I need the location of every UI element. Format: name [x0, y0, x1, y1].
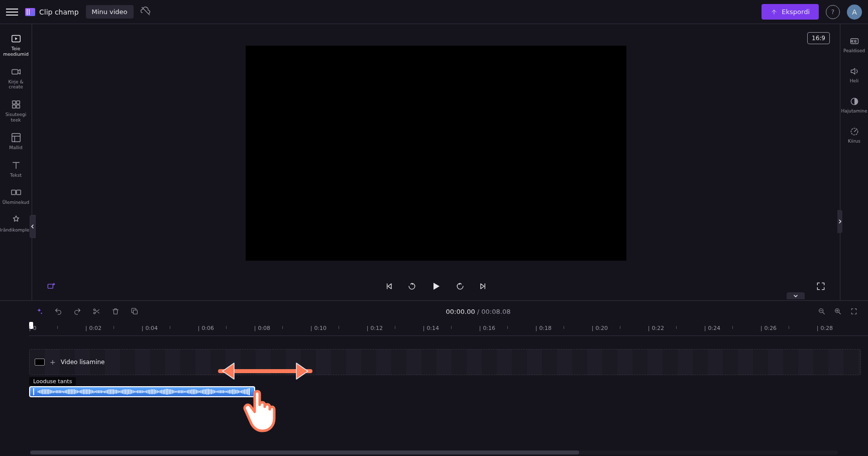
sidebar-item-templates[interactable]: Mallid [2, 128, 31, 156]
record-icon [11, 66, 22, 77]
library-icon [11, 99, 22, 110]
autoscale-icon[interactable] [46, 281, 56, 291]
plus-icon: + [50, 358, 56, 366]
fullscreen-button[interactable] [816, 281, 826, 291]
help-button[interactable]: ? [826, 5, 840, 19]
sidebar-item-brandkit[interactable]: Brändikomplekt [2, 210, 31, 238]
ruler-tick: 0:24 [704, 325, 720, 331]
timeline-scrollbar-thumb[interactable] [30, 450, 579, 454]
skip-back-button[interactable] [384, 281, 394, 291]
play-button[interactable] [430, 280, 442, 292]
stage-collapse-button[interactable] [787, 292, 805, 299]
video-track-empty[interactable]: + Video lisamine [29, 349, 861, 375]
templates-icon [11, 132, 22, 143]
upload-icon [771, 9, 778, 16]
ruler-tick: 0:04 [142, 325, 158, 331]
zoom-out-button[interactable] [818, 307, 826, 315]
avatar[interactable]: A [847, 5, 862, 20]
undo-button[interactable] [54, 307, 62, 315]
ruler-tick: 0 [29, 325, 36, 331]
video-track-label: Video lisamine [61, 359, 105, 366]
brandkit-icon [11, 214, 22, 225]
ruler-tick: 0:12 [367, 325, 383, 331]
waveform [38, 388, 249, 395]
sidebar-right-collapse[interactable] [837, 210, 842, 233]
export-label: Ekspordi [782, 8, 810, 16]
audio-clip[interactable] [29, 386, 255, 397]
timeline-timecode: 00:00.00 / 00:08.08 [139, 308, 818, 315]
ruler-tick: 0:06 [198, 325, 214, 331]
sidebar-left: Teie meediumid Kirje & create Sisuteegi … [0, 24, 32, 300]
app-name: Clip champ [39, 8, 79, 16]
ruler-tick: 0:20 [592, 325, 608, 331]
svg-rect-9 [48, 284, 53, 288]
rside-captions[interactable]: CC Pealdised [842, 31, 866, 58]
sidebar-item-transitions[interactable]: Üleminekud [2, 183, 31, 210]
timeline-scrollbar[interactable] [30, 450, 838, 454]
redo-button[interactable] [73, 307, 81, 315]
zoom-fit-button[interactable] [850, 307, 858, 315]
sidebar-item-library[interactable]: Sisuteegi teek [2, 95, 31, 128]
clip-trim-right-handle[interactable] [249, 388, 251, 395]
current-time: 00:00.00 [446, 308, 475, 315]
duplicate-button[interactable] [131, 307, 139, 315]
split-button[interactable] [92, 307, 100, 315]
timeline: 00:00.00 / 00:08.08 00:020:040:060:080:1… [0, 300, 868, 456]
ruler-tick: 0:22 [648, 325, 664, 331]
menu-button[interactable] [6, 6, 18, 18]
ruler-tick: 0:26 [761, 325, 777, 331]
project-name-field[interactable]: Minu video [86, 5, 134, 19]
svg-rect-5 [16, 105, 19, 108]
captions-icon: CC [849, 36, 859, 46]
svg-rect-8 [16, 190, 20, 195]
svg-rect-7 [11, 190, 15, 195]
app-logo: Clip champ [25, 8, 79, 16]
ai-sparkle-button[interactable] [35, 307, 43, 315]
transitions-icon [11, 187, 22, 198]
svg-rect-2 [12, 101, 15, 104]
zoom-in-button[interactable] [834, 307, 842, 315]
aspect-ratio-button[interactable]: 16:9 [807, 32, 830, 44]
timeline-ruler[interactable]: 00:020:040:060:080:100:120:140:160:180:2… [29, 322, 868, 336]
ruler-tick: 0:14 [423, 325, 439, 331]
sidebar-right: CC Pealdised Heli Hajutamine Kiirus [840, 24, 868, 300]
svg-rect-6 [12, 134, 20, 142]
svg-text:CC: CC [852, 40, 857, 44]
rside-speed[interactable]: Kiirus [847, 122, 861, 149]
export-button[interactable]: Ekspordi [762, 4, 819, 20]
clip-trim-left-handle[interactable] [33, 388, 36, 395]
svg-rect-4 [12, 105, 15, 108]
svg-rect-3 [16, 101, 19, 104]
ruler-tick: 0:10 [310, 325, 327, 331]
svg-rect-16 [133, 310, 137, 314]
ruler-tick: 0:28 [817, 325, 833, 331]
speaker-icon [849, 66, 859, 76]
video-thumb-icon [35, 359, 45, 366]
media-icon [11, 33, 22, 44]
rside-audio[interactable]: Heli [848, 61, 860, 88]
ruler-tick: 0:02 [85, 325, 101, 331]
ruler-tick: 0:16 [479, 325, 495, 331]
skip-forward-button[interactable] [478, 281, 488, 291]
stage: 16:9 [32, 24, 840, 300]
rside-fade[interactable]: Hajutamine [840, 91, 868, 119]
speed-icon [849, 127, 859, 137]
sidebar-item-text[interactable]: Tekst [2, 156, 31, 183]
delete-button[interactable] [112, 307, 120, 315]
rewind-button[interactable] [407, 281, 417, 291]
forward-button[interactable] [455, 281, 465, 291]
ruler-tick: 0:08 [254, 325, 270, 331]
logo-icon [25, 8, 35, 16]
cloud-off-icon[interactable] [141, 6, 151, 18]
ruler-tick: 0:18 [535, 325, 552, 331]
timeline-tracks: + Video lisamine Looduse tants [29, 336, 868, 449]
text-icon [11, 160, 22, 171]
sidebar-item-record[interactable]: Kirje & create [2, 62, 31, 95]
svg-rect-1 [12, 69, 18, 74]
topbar: Clip champ Minu video Ekspordi ? A [0, 0, 868, 24]
fade-icon [849, 96, 859, 106]
duration: 00:08.08 [481, 308, 510, 315]
sidebar-item-media[interactable]: Teie meediumid [2, 29, 31, 62]
audio-track-name: Looduse tants [29, 377, 76, 386]
video-preview[interactable] [246, 46, 626, 261]
